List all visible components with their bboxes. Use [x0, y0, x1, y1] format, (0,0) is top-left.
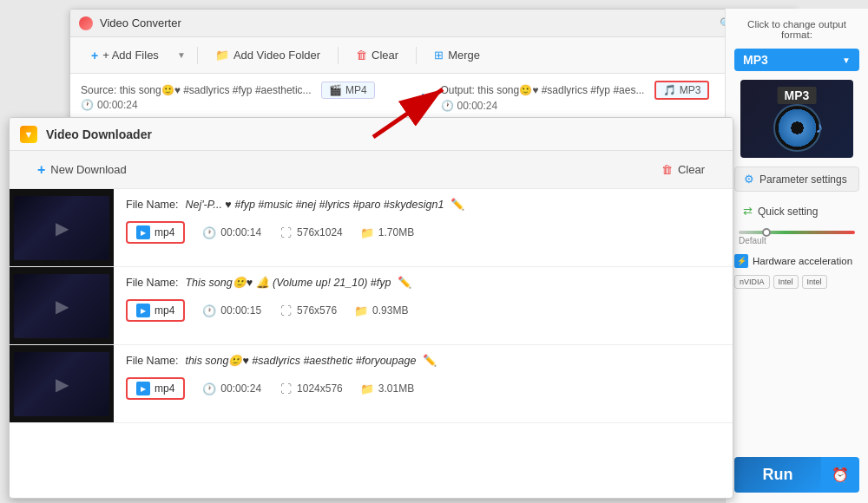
mp3-label: MP3: [778, 87, 817, 104]
thumbnail-2: [10, 267, 114, 344]
downloader-clear-button[interactable]: 🗑 Clear: [648, 158, 719, 181]
format-tag-3[interactable]: ▶ mp4: [126, 377, 185, 400]
output-format-pill[interactable]: 🎵 MP3: [654, 81, 710, 100]
clock-icon-3: 🕐: [202, 382, 216, 395]
output-format-label: Click to change output format:: [734, 19, 859, 40]
quality-slider-thumb[interactable]: [762, 228, 771, 237]
file-meta-row-1: ▶ mp4 🕐 00:00:14 ⛶ 576x1024 📁 1.70MB: [126, 216, 720, 249]
output-format-icon: 🎵: [663, 84, 676, 96]
cd-icon: [773, 104, 821, 152]
clock-icon-1: 🕐: [202, 225, 216, 239]
duration-2: 🕐 00:00:15: [202, 304, 261, 317]
merge-icon: ⊞: [434, 49, 444, 62]
table-row: File Name: This song🙂♥ 🔔 (Volume up! 21_…: [10, 267, 733, 345]
convert-arrow: ➜: [416, 88, 427, 105]
thumb-inner-1: [14, 196, 109, 260]
file-name-row-3: File Name: this song🙂♥ #sadlyrics #aesth…: [126, 354, 720, 367]
source-format-icon: 🎬: [329, 84, 342, 96]
title-bar: Video Converter 🔍 📌 — ✕: [70, 10, 798, 37]
file-content-1: File Name: Nej'-P... ♥ #fyp #music #nej …: [114, 189, 733, 266]
format-1: mp4: [155, 226, 174, 238]
alarm-button[interactable]: ⏰: [821, 457, 859, 493]
converter-row: Source: this song🙂♥ #sadlyrics #fyp #aes…: [70, 74, 798, 120]
filesize-3: 📁 3.01MB: [360, 382, 414, 395]
gear-icon: ⚙: [744, 173, 754, 186]
output-section: Output: this song🙂♥ #sadlyrics #fyp #aes…: [441, 81, 762, 112]
folder-icon-1: 📁: [360, 225, 374, 239]
quality-slider-track: [739, 231, 855, 234]
new-download-button[interactable]: + New Download: [23, 157, 141, 183]
file-name-row-1: File Name: Nej'-P... ♥ #fyp #music #nej …: [126, 198, 720, 211]
add-files-dropdown[interactable]: ▼: [173, 44, 190, 67]
title-bar-left: Video Converter: [79, 16, 181, 30]
new-download-plus-icon: +: [37, 162, 45, 178]
param-settings-label: Parameter settings: [760, 173, 847, 186]
file-name-3: this song🙂♥ #sadlyrics #aesthetic #foryo…: [185, 354, 416, 367]
resolution-1: ⛶ 576x1024: [279, 225, 343, 239]
output-duration: 🕐 00:00:24: [441, 100, 498, 112]
add-files-button[interactable]: + + Add Files: [81, 44, 169, 67]
selected-format: MP3: [743, 53, 768, 67]
brand-logos: nVIDIA Intel Intel: [734, 272, 859, 291]
right-panel: Click to change output format: MP3 ▼ MP3…: [725, 9, 868, 503]
source-duration: 🕐 00:00:24: [81, 99, 138, 111]
source-format-pill: 🎬 MP4: [321, 82, 375, 99]
size-icon-2: ⛶: [279, 304, 293, 317]
fmt-icon-2: ▶: [136, 304, 150, 317]
file-label-3: File Name:: [126, 355, 178, 367]
folder-icon-2: 📁: [354, 304, 368, 317]
run-button[interactable]: Run: [734, 457, 821, 493]
table-row: File Name: this song🙂♥ #sadlyrics #aesth…: [10, 345, 733, 423]
merge-button[interactable]: ⊞ Merge: [424, 44, 490, 66]
resolution-3: ⛶ 1024x576: [279, 382, 343, 395]
thumb-inner-2: [14, 274, 109, 338]
format-3: mp4: [155, 382, 174, 395]
format-tag-1[interactable]: ▶ mp4: [126, 221, 185, 244]
filesize-1: 📁 1.70MB: [360, 225, 414, 239]
plus-icon: +: [91, 49, 98, 62]
divider-3: [416, 47, 417, 64]
default-label: Default: [739, 236, 855, 245]
source-section: Source: this song🙂♥ #sadlyrics #fyp #aes…: [81, 82, 402, 111]
downloader-title: Video Downloader: [46, 127, 152, 141]
converter-toolbar: + + Add Files ▼ 📁 Add Video Folder 🗑 Cle…: [70, 37, 798, 74]
thumbnail-1: [10, 189, 114, 266]
format-tag-2[interactable]: ▶ mp4: [126, 299, 185, 322]
downloader-title-bar: ▼ Video Downloader: [10, 118, 733, 151]
parameter-settings-button[interactable]: ⚙ Parameter settings: [734, 167, 859, 192]
clock-icon-2: 🕐: [202, 304, 216, 317]
folder-icon-3: 📁: [360, 382, 374, 395]
output-clock-icon: 🕐: [441, 100, 454, 112]
duration-1: 🕐 00:00:14: [202, 225, 261, 239]
duration-3: 🕐 00:00:24: [202, 382, 261, 395]
folder-icon: 📁: [215, 49, 229, 62]
add-folder-button[interactable]: 📁 Add Video Folder: [205, 44, 331, 66]
hw-accel-label: ⚡ Hardware acceleration: [734, 254, 859, 268]
app-title: Video Converter: [100, 16, 181, 29]
thumbnail-3: [10, 345, 114, 422]
fmt-icon-1: ▶: [136, 225, 150, 239]
fmt-icon-3: ▶: [136, 382, 150, 395]
mp3-preview: MP3: [740, 80, 853, 158]
intel-logo-2: Intel: [802, 275, 827, 289]
table-row: File Name: Nej'-P... ♥ #fyp #music #nej …: [10, 189, 733, 267]
divider-2: [338, 47, 339, 64]
chevron-down-icon: ▼: [842, 56, 851, 65]
edit-icon-3[interactable]: ✏️: [423, 354, 437, 367]
file-name-row-2: File Name: This song🙂♥ 🔔 (Volume up! 21_…: [126, 276, 720, 289]
trash-icon: 🗑: [356, 49, 367, 62]
quick-setting-button[interactable]: ⇄ Quick setting: [734, 200, 859, 222]
file-label: File Name:: [126, 199, 178, 211]
edit-icon-1[interactable]: ✏️: [450, 198, 464, 211]
run-row: Run ⏰: [734, 457, 859, 493]
video-downloader-window: ▼ Video Downloader + New Download 🗑 Clea…: [9, 117, 733, 499]
nvidia-logo: nVIDIA: [734, 275, 770, 289]
downloader-toolbar: + New Download 🗑 Clear: [10, 151, 733, 189]
intel-logo: Intel: [773, 275, 799, 289]
output-label: Output: this song🙂♥ #sadlyrics #fyp #aes…: [441, 84, 645, 96]
edit-icon-2[interactable]: ✏️: [398, 276, 411, 289]
file-name-2: This song🙂♥ 🔔 (Volume up! 21_10) #fyp: [185, 276, 391, 289]
format-selector[interactable]: MP3 ▼: [734, 49, 859, 71]
downloader-icon: ▼: [20, 126, 37, 143]
clear-button[interactable]: 🗑 Clear: [345, 44, 409, 66]
